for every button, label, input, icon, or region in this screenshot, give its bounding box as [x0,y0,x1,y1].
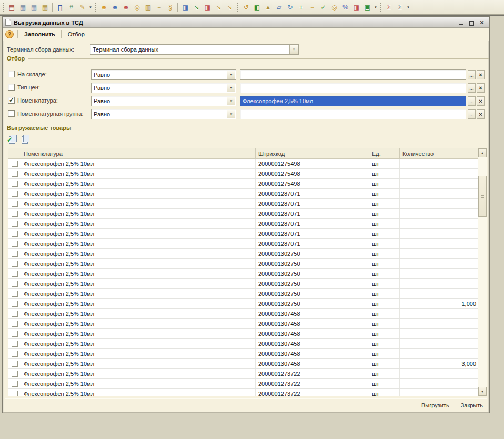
doc-person-icon[interactable]: ◨ [351,2,362,13]
table-row[interactable]: Флексопрофен 2,5% 10мл2000001287071шт [8,219,478,229]
cell-unit[interactable]: шт [369,339,400,348]
cell-nomenclature[interactable]: Флексопрофен 2,5% 10мл [21,299,256,308]
cell-barcode[interactable]: 2000001302750 [256,249,369,258]
export-doc-icon[interactable]: ↘ [191,2,202,13]
table-row[interactable]: Флексопрофен 2,5% 10мл2000001307458шт [8,349,478,359]
sum-menu-arrow-icon[interactable]: ▼ [406,2,411,13]
condition-select-pricetype[interactable]: Равно ▼ [91,83,236,93]
table-row[interactable]: Флексопрофен 2,5% 10мл2000001287071шт [8,209,478,219]
cell-barcode[interactable]: 2000001307458 [256,319,369,328]
filter-value-nomenclature-group[interactable] [240,109,466,119]
cell-unit[interactable]: шт [369,199,400,208]
row-checkbox[interactable] [12,221,18,227]
table-row[interactable]: Флексопрофен 2,5% 10мл2000001302750шт [8,269,478,279]
coins-icon[interactable]: ◎ [132,2,143,13]
cell-unit[interactable]: шт [369,259,400,268]
export-button[interactable]: Выгрузить [419,401,451,410]
condition-select-warehouse[interactable]: Равно ▼ [91,69,236,80]
condition-select-nomenclature-group[interactable]: Равно ▼ [91,109,236,119]
cell-unit[interactable]: шт [369,229,400,238]
row-checkbox[interactable] [12,371,18,377]
cell-barcode[interactable]: 2000001307458 [256,329,369,338]
table-row[interactable]: Флексопрофен 2,5% 10мл2000001273722шт [8,379,478,389]
ellipsis-button-warehouse[interactable]: ... [468,70,476,79]
cell-unit[interactable]: шт [369,269,400,278]
add-coins-icon[interactable]: + [296,2,307,13]
cell-nomenclature[interactable]: Флексопрофен 2,5% 10мл [21,199,256,208]
cell-nomenclature[interactable]: Флексопрофен 2,5% 10мл [21,229,256,238]
cell-barcode[interactable]: 2000001287071 [256,199,369,208]
terminal-dropdown-icon[interactable]: ▼ [289,45,298,54]
header-quantity[interactable]: Количество [400,148,479,158]
customer-order-icon[interactable]: ☻ [109,2,120,13]
doc-forward-icon[interactable]: ▱ [274,2,285,13]
table-row[interactable]: Флексопрофен 2,5% 10мл2000001287071шт [8,199,478,209]
row-checkbox[interactable] [12,311,18,317]
filter-value-pricetype[interactable] [240,83,466,93]
cell-nomenclature[interactable]: Флексопрофен 2,5% 10мл [21,289,256,298]
cell-quantity[interactable] [400,179,478,188]
cell-barcode[interactable]: 2000001307458 [256,309,369,318]
cell-barcode[interactable]: 2000001287071 [256,219,369,228]
cell-quantity[interactable] [400,199,478,208]
cell-barcode[interactable]: 2000001302750 [256,289,369,298]
cell-quantity[interactable] [400,279,478,288]
cell-nomenclature[interactable]: Флексопрофен 2,5% 10мл [21,219,256,228]
filter-checkbox-warehouse[interactable] [8,71,15,77]
clear-button-nomenclature[interactable]: × [477,96,485,106]
documents-cabinet-icon[interactable]: ▤ [6,2,17,13]
customer-money-icon[interactable]: ☻ [98,2,109,13]
cell-unit[interactable]: шт [369,209,400,218]
subtract-coins-icon[interactable]: − [307,2,318,13]
doc-person-in-icon[interactable]: ◨ [180,2,191,13]
cash-register-icon[interactable]: # [66,2,77,13]
cell-quantity[interactable] [400,339,478,348]
cell-quantity[interactable] [400,259,478,268]
table-row[interactable]: Флексопрофен 2,5% 10мл2000001307458шт [8,329,478,339]
table-row[interactable]: Флексопрофен 2,5% 10мл2000001302750шт [8,289,478,299]
cell-unit[interactable]: шт [369,219,400,228]
header-unit[interactable]: Ед. [369,148,400,158]
condition-dropdown-icon[interactable]: ▼ [227,110,235,118]
cell-unit[interactable]: шт [369,169,400,178]
table-row[interactable]: Флексопрофен 2,5% 10мл2000001307458шт [8,319,478,329]
cell-quantity[interactable] [400,209,478,218]
print-icon[interactable]: ▦ [17,2,28,13]
row-checkbox[interactable] [12,271,18,277]
table-row[interactable]: Флексопрофен 2,5% 10мл2000001275498шт [8,179,478,189]
filter-checkbox-pricetype[interactable] [8,84,15,91]
condition-dropdown-icon[interactable]: ▼ [227,71,235,79]
coins-stack-icon[interactable]: § [165,2,176,13]
table-row[interactable]: Флексопрофен 2,5% 10мл2000001307458шт [8,309,478,319]
scroll-down-icon[interactable]: ▼ [478,387,487,396]
table-row[interactable]: Флексопрофен 2,5% 10мл2000001275498шт [8,169,478,179]
help-icon[interactable]: ? [5,30,14,38]
coins-refresh-icon[interactable]: ↺ [240,2,251,13]
cell-nomenclature[interactable]: Флексопрофен 2,5% 10мл [21,309,256,318]
window-close-icon[interactable]: × [478,19,486,26]
toolbar-grip[interactable] [380,3,382,12]
cell-unit[interactable]: шт [369,369,400,378]
cell-quantity[interactable] [400,239,478,248]
doc-coins-icon[interactable]: ◧ [251,2,263,13]
doc-person-out-icon[interactable]: ◨ [202,2,213,13]
cell-unit[interactable]: шт [369,309,400,318]
cell-quantity[interactable]: 3,000 [400,359,478,368]
ellipsis-button-nomenclature[interactable]: ... [468,96,476,106]
cell-quantity[interactable] [400,329,478,338]
counterparties-icon[interactable]: ∏ [55,2,66,13]
row-checkbox[interactable] [12,381,18,387]
row-checkbox[interactable] [12,281,18,287]
import-doc-2-icon[interactable]: ↘ [224,2,235,13]
cell-barcode[interactable]: 2000001302750 [256,259,369,268]
cell-nomenclature[interactable]: Флексопрофен 2,5% 10мл [21,189,256,198]
cell-unit[interactable]: шт [369,349,400,358]
edit-menu-arrow-icon[interactable]: ▼ [88,2,93,13]
cell-nomenclature[interactable]: Флексопрофен 2,5% 10мл [21,159,256,168]
row-checkbox[interactable] [12,361,18,367]
condition-dropdown-icon[interactable]: ▼ [227,97,235,105]
cell-nomenclature[interactable]: Флексопрофен 2,5% 10мл [21,389,256,396]
doc-check-icon[interactable]: ✓ [318,2,329,13]
cell-nomenclature[interactable]: Флексопрофен 2,5% 10мл [21,349,256,358]
cell-barcode[interactable]: 2000001273722 [256,389,369,396]
